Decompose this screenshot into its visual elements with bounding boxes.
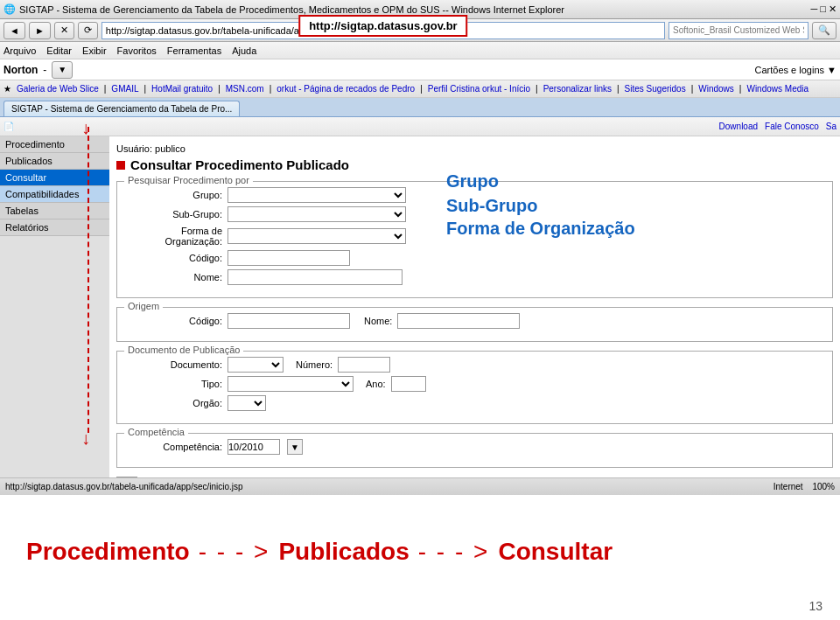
stop-button[interactable]: ✕	[54, 22, 74, 39]
codigo-input[interactable]	[228, 250, 350, 266]
sidebar-label-relatorios: Relatórios	[5, 222, 49, 233]
sep9: |	[739, 84, 742, 94]
bookmark-perfil[interactable]: Perfil Cristina orkut - Início	[428, 84, 530, 94]
user-value: publico	[155, 143, 186, 154]
bookmark-windows[interactable]: Windows	[698, 84, 734, 94]
refresh-button[interactable]: ⟳	[78, 22, 98, 39]
bookmark-gmail[interactable]: GMAIL	[111, 84, 138, 94]
codigo-row: Código:	[126, 250, 823, 266]
bookmark-media[interactable]: Windows Media	[746, 84, 808, 94]
ano-input[interactable]	[391, 376, 426, 392]
search-bar[interactable]	[668, 22, 808, 39]
page-icon: 📄	[4, 122, 14, 131]
status-url: http://sigtap.datasus.gov.br/tabela-unif…	[5, 482, 243, 491]
competencia-row: Competência: ▼	[126, 439, 823, 455]
norton-bar: Norton - ▼ Cartões e logins ▼	[0, 59, 840, 80]
origem-nome-input[interactable]	[397, 313, 520, 329]
page-number: 13	[808, 599, 822, 613]
nome-label: Nome:	[126, 272, 222, 282]
window-controls: ─ □ ✕	[810, 3, 836, 15]
menu-favoritos[interactable]: Favoritos	[117, 45, 157, 56]
sidebar-item-procedimento[interactable]: Procedimento	[0, 136, 109, 153]
sep1: |	[104, 84, 107, 94]
search-submit-button[interactable]: 🔍	[116, 477, 137, 477]
title-icon	[116, 161, 125, 170]
tipo-row: Tipo: Ano:	[126, 376, 823, 392]
tipo-select[interactable]	[228, 376, 354, 392]
sidebar-label-publicados: Publicados	[5, 156, 52, 166]
menu-ajuda[interactable]: Ajuda	[232, 45, 256, 56]
sidebar-item-publicados[interactable]: Publicados	[0, 153, 109, 170]
sidebar: Procedimento Publicados Consultar Compat…	[0, 136, 109, 477]
sidebar-item-compatibilidades[interactable]: Compatibilidades	[0, 186, 109, 203]
menu-ferramentas[interactable]: Ferramentas	[167, 45, 221, 56]
nav-bar: ◄ ► ✕ ⟳ http://sigtap.datasus.gov.br/tab…	[0, 19, 840, 42]
sidebar-item-consultar[interactable]: Consultar	[0, 170, 109, 186]
menu-arquivo[interactable]: Arquivo	[4, 45, 36, 56]
page-title: Consultar Procedimento Publicado	[116, 157, 833, 172]
toolbar-sa[interactable]: Sa	[826, 122, 836, 131]
close-btn[interactable]: ✕	[829, 3, 836, 14]
norton-menu-button[interactable]: ▼	[52, 61, 73, 79]
forward-button[interactable]: ►	[29, 22, 51, 39]
main-wrapper: Procedimento Publicados Consultar Compat…	[0, 136, 840, 477]
tab-label: SIGTAP - Sistema de Gerenciamento da Tab…	[11, 104, 232, 114]
documento-legend: Documento de Publicação	[124, 345, 243, 355]
origem-codigo-input[interactable]	[228, 313, 350, 329]
sep5: |	[420, 84, 423, 94]
tipo-label: Tipo:	[126, 379, 222, 389]
norton-dash: -	[43, 64, 46, 76]
norton-submenu[interactable]: Cartões e logins ▼	[755, 65, 836, 75]
menu-editar[interactable]: Editar	[46, 45, 72, 56]
tab-bar: SIGTAP - Sistema de Gerenciamento da Tab…	[0, 98, 840, 117]
bookmark-hotmail[interactable]: HotMail gratuito	[151, 84, 213, 94]
bookmark-personalizar[interactable]: Personalizar links	[543, 84, 612, 94]
bookmark-msn[interactable]: MSN.com	[226, 84, 264, 94]
bookmark-orkut[interactable]: orkut - Página de recados de Pedro	[276, 84, 415, 94]
grupo-select[interactable]	[228, 187, 406, 203]
maximize-btn[interactable]: □	[820, 3, 826, 14]
bottom-arrow2: - - - >	[418, 538, 490, 566]
browser-tab[interactable]: SIGTAP - Sistema de Gerenciamento da Tab…	[4, 101, 240, 116]
orgao-row: Orgão:	[126, 395, 823, 411]
orgao-select[interactable]	[228, 395, 266, 411]
toolbar-bar: 📄 Download Fale Conosco Sa	[0, 117, 840, 136]
subgrupo-select[interactable]	[228, 206, 406, 222]
documento-select[interactable]	[228, 357, 284, 373]
bookmark-sites[interactable]: Sites Sugeridos	[625, 84, 686, 94]
grupo-row: Grupo:	[126, 187, 823, 203]
competencia-label: Competência:	[126, 442, 222, 452]
search-button[interactable]: 🔍	[812, 22, 836, 39]
numero-label: Número:	[296, 359, 332, 370]
forma-select[interactable]	[228, 228, 406, 244]
codigo-label: Código:	[126, 253, 222, 263]
toolbar-download[interactable]: Download	[719, 122, 758, 131]
toolbar-left: 📄	[4, 122, 14, 131]
norton-label: Norton	[4, 64, 38, 76]
grupo-label: Grupo:	[126, 190, 222, 200]
sidebar-label-tabelas: Tabelas	[5, 206, 38, 216]
competencia-dropdown[interactable]: ▼	[287, 439, 303, 455]
window-title: SIGTAP - Sistema de Gerenciamento da Tab…	[19, 4, 564, 15]
pesquisar-legend: Pesquisar Procedimento por	[124, 175, 253, 185]
back-button[interactable]: ◄	[4, 22, 25, 39]
title-text: Consultar Procedimento Publicado	[130, 157, 349, 172]
origem-row: Código: Nome:	[126, 313, 823, 329]
bookmarks-bar: ★ Galeria de Web Slice | GMAIL | HotMail…	[0, 80, 840, 98]
toolbar-right: Download Fale Conosco Sa	[719, 122, 836, 131]
sep6: |	[536, 84, 538, 94]
forma-label: Forma de Organização:	[126, 226, 222, 247]
bookmark-galeria[interactable]: Galeria de Web Slice	[17, 84, 99, 94]
competencia-input[interactable]	[228, 439, 280, 455]
toolbar-fale[interactable]: Fale Conosco	[765, 122, 819, 131]
url-highlight-text: http://sigtap.datasus.gov.br	[309, 19, 458, 32]
sidebar-item-relatorios[interactable]: Relatórios	[0, 219, 109, 236]
minimize-btn[interactable]: ─	[810, 3, 817, 14]
origem-legend: Origem	[124, 301, 163, 311]
sidebar-item-tabelas[interactable]: Tabelas	[0, 203, 109, 219]
url-highlight-box: http://sigtap.datasus.gov.br	[298, 15, 468, 37]
numero-input[interactable]	[338, 357, 390, 373]
nome-input[interactable]	[228, 269, 402, 285]
sep8: |	[691, 84, 694, 94]
menu-exibir[interactable]: Exibir	[82, 45, 107, 56]
